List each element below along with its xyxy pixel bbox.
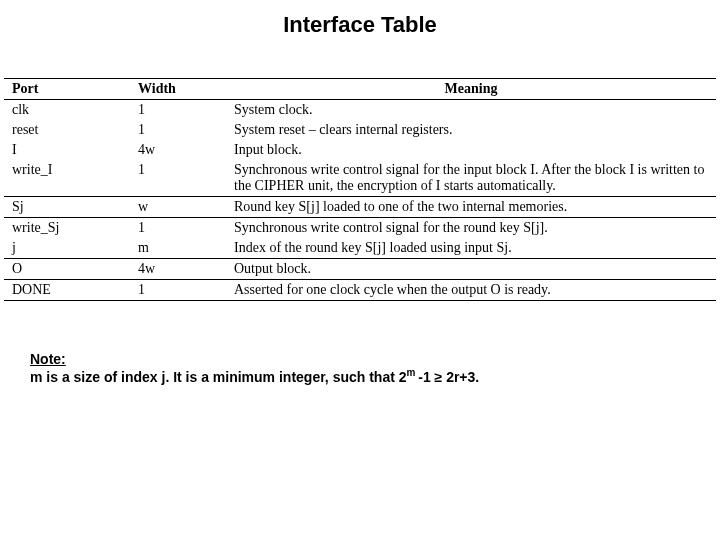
table-row: O 4w Output block. bbox=[4, 259, 716, 280]
width-cell: w bbox=[130, 197, 226, 218]
table-row: clk 1 System clock. bbox=[4, 100, 716, 121]
table-row: write_Sj 1 Synchronous write control sig… bbox=[4, 218, 716, 239]
width-cell: m bbox=[130, 238, 226, 259]
port-cell: DONE bbox=[4, 280, 130, 301]
note-text-mid: -1 ≥ 2r+3. bbox=[418, 369, 479, 385]
width-cell: 1 bbox=[130, 218, 226, 239]
port-cell: O bbox=[4, 259, 130, 280]
meaning-cell: Round key S[j] loaded to one of the two … bbox=[226, 197, 716, 218]
table-row: reset 1 System reset – clears internal r… bbox=[4, 120, 716, 140]
port-cell: I bbox=[4, 140, 130, 160]
table-row: j m Index of the round key S[j] loaded u… bbox=[4, 238, 716, 259]
meaning-cell: Synchronous write control signal for the… bbox=[226, 218, 716, 239]
header-width: Width bbox=[130, 79, 226, 100]
width-cell: 4w bbox=[130, 140, 226, 160]
width-cell: 4w bbox=[130, 259, 226, 280]
port-cell: reset bbox=[4, 120, 130, 140]
table-row: DONE 1 Asserted for one clock cycle when… bbox=[4, 280, 716, 301]
port-cell: write_Sj bbox=[4, 218, 130, 239]
interface-table: Port Width Meaning clk 1 System clock. r… bbox=[4, 78, 716, 301]
width-cell: 1 bbox=[130, 120, 226, 140]
width-cell: 1 bbox=[130, 280, 226, 301]
table-header-row: Port Width Meaning bbox=[4, 79, 716, 100]
table-row: I 4w Input block. bbox=[4, 140, 716, 160]
meaning-cell: Index of the round key S[j] loaded using… bbox=[226, 238, 716, 259]
note-text-prefix: m is a size of index j. It is a minimum … bbox=[30, 369, 407, 385]
meaning-cell: System clock. bbox=[226, 100, 716, 121]
note-text: m is a size of index j. It is a minimum … bbox=[30, 369, 479, 385]
note-label: Note: bbox=[30, 351, 66, 367]
interface-table-container: Port Width Meaning clk 1 System clock. r… bbox=[4, 78, 716, 301]
header-port: Port bbox=[4, 79, 130, 100]
port-cell: Sj bbox=[4, 197, 130, 218]
meaning-cell: Input block. bbox=[226, 140, 716, 160]
port-cell: clk bbox=[4, 100, 130, 121]
note-block: Note: m is a size of index j. It is a mi… bbox=[0, 301, 720, 385]
port-cell: write_I bbox=[4, 160, 130, 197]
port-cell: j bbox=[4, 238, 130, 259]
width-cell: 1 bbox=[130, 160, 226, 197]
width-cell: 1 bbox=[130, 100, 226, 121]
meaning-cell: Synchronous write control signal for the… bbox=[226, 160, 716, 197]
meaning-cell: Asserted for one clock cycle when the ou… bbox=[226, 280, 716, 301]
note-sup: m bbox=[407, 367, 419, 378]
table-row: Sj w Round key S[j] loaded to one of the… bbox=[4, 197, 716, 218]
meaning-cell: Output block. bbox=[226, 259, 716, 280]
header-meaning: Meaning bbox=[226, 79, 716, 100]
table-row: write_I 1 Synchronous write control sign… bbox=[4, 160, 716, 197]
page-title: Interface Table bbox=[0, 0, 720, 78]
meaning-cell: System reset – clears internal registers… bbox=[226, 120, 716, 140]
